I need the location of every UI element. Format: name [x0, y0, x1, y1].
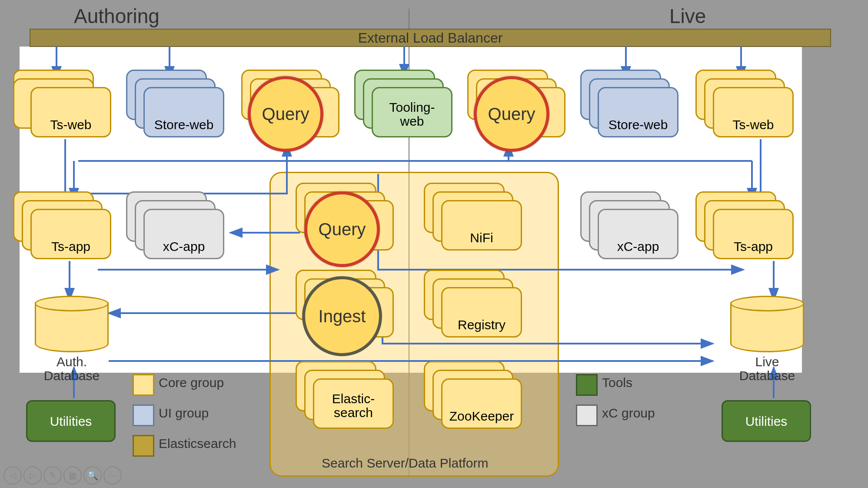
live-database-label: Live Database	[730, 355, 804, 383]
search-platform-label: Search Server/Data Platform	[322, 456, 488, 471]
tsapp-live-label: Ts-app	[714, 240, 792, 254]
presenter-zoom-icon[interactable]: 🔍	[83, 466, 102, 485]
storeweb-authoring-label: Store-web	[145, 118, 223, 132]
utilities-authoring-label: Utilities	[27, 414, 114, 428]
tsweb-live-label: Ts-web	[714, 118, 792, 132]
query-live-label: Query	[488, 104, 535, 124]
xcapp-live-label: xC-app	[599, 240, 677, 254]
tsapp-authoring-label: Ts-app	[32, 240, 110, 254]
query-authoring-label: Query	[262, 104, 309, 124]
legend-elastic-swatch	[133, 435, 154, 457]
legend-core-swatch	[133, 374, 154, 396]
query-authoring-circle: Query	[248, 76, 323, 152]
legend-tools-swatch	[576, 374, 598, 396]
ingest-label: Ingest	[319, 307, 366, 326]
tsweb-authoring-label: Ts-web	[32, 118, 110, 132]
xcapp-authoring-label: xC-app	[145, 240, 223, 254]
query-live-circle: Query	[474, 76, 549, 152]
legend-ui-swatch	[133, 404, 154, 426]
presenter-next-icon[interactable]: ▷	[23, 466, 42, 485]
presenter-prev-icon[interactable]: ◁	[3, 466, 22, 485]
presenter-pen-icon[interactable]: ✎	[43, 466, 62, 485]
storeweb-live-label: Store-web	[599, 118, 677, 132]
toolingweb-label: Tooling- web	[373, 100, 451, 128]
legend-tools-label: Tools	[602, 375, 632, 390]
presenter-more-icon[interactable]: ⋯	[103, 466, 122, 485]
presenter-allslides-icon[interactable]: ▦	[63, 466, 82, 485]
legend-ui-label: UI group	[159, 406, 209, 421]
legend-elastic-label: Elasticsearch	[159, 436, 236, 451]
elasticsearch-label: Elastic- search	[314, 392, 392, 420]
query-mid-circle: Query	[304, 191, 380, 267]
registry-label: Registry	[442, 318, 521, 332]
legend-xc-label: xC group	[602, 406, 655, 421]
auth-database: Auth. Database	[35, 296, 109, 352]
utilities-live-label: Utilities	[723, 414, 810, 428]
utilities-live: Utilities	[722, 400, 811, 442]
query-mid-label: Query	[319, 220, 366, 239]
legend-xc-swatch	[576, 404, 598, 426]
nifi-label: NiFi	[442, 231, 521, 245]
ingest-circle: Ingest	[302, 276, 382, 356]
auth-database-label: Auth. Database	[35, 355, 109, 383]
utilities-authoring: Utilities	[26, 400, 116, 442]
tsweb-authoring-stack: Ts-web	[13, 70, 109, 135]
live-database: Live Database	[730, 296, 804, 352]
legend-core-label: Core group	[159, 375, 224, 390]
zookeeper-label: ZooKeeper	[442, 409, 521, 423]
